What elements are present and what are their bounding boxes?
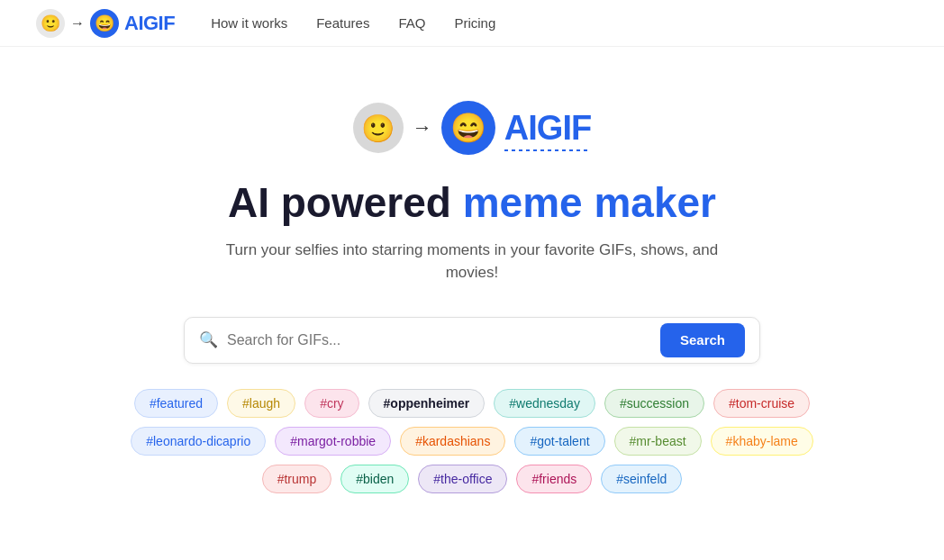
hero-section: 🙂 → 😄 AIGIF AI powered meme maker Turn y…	[0, 47, 944, 529]
tags-area: #featured #laugh #cry #oppenheimer #wedn…	[121, 389, 823, 493]
hero-brand-name: AIGIF	[504, 109, 591, 148]
search-bar: 🔍 Search	[184, 317, 760, 364]
nav-menu: How it works Features FAQ Pricing	[211, 15, 495, 32]
hero-neutral-emoji: 🙂	[353, 103, 404, 153]
navbar: 🙂 → 😄 AIGIF How it works Features FAQ Pr…	[0, 0, 944, 47]
logo-link[interactable]: 🙂 → 😄 AIGIF	[36, 9, 175, 38]
logo-happy-emoji: 😄	[90, 9, 119, 38]
nav-how-it-works[interactable]: How it works	[211, 15, 287, 31]
tag-laugh[interactable]: #laugh	[227, 389, 295, 418]
search-input[interactable]	[227, 332, 660, 348]
tag-tom-cruise[interactable]: #tom-cruise	[713, 389, 810, 418]
search-icon: 🔍	[199, 330, 218, 349]
tag-biden[interactable]: #biden	[340, 465, 409, 493]
tag-featured[interactable]: #featured	[134, 389, 218, 418]
hero-heading: AI powered meme maker	[228, 180, 716, 226]
tag-leonardo-dicaprio[interactable]: #leonardo-dicaprio	[131, 427, 266, 456]
hero-arrow-icon: →	[413, 116, 432, 140]
tag-trump[interactable]: #trump	[262, 465, 332, 493]
hero-heading-blue: meme maker	[463, 179, 716, 226]
nav-faq[interactable]: FAQ	[398, 15, 425, 31]
hero-logo: 🙂 → 😄 AIGIF	[353, 101, 591, 155]
tag-seinfeld[interactable]: #seinfeld	[601, 465, 682, 493]
tag-cry[interactable]: #cry	[304, 389, 359, 418]
tag-friends[interactable]: #friends	[516, 465, 592, 493]
tag-khaby-lame[interactable]: #khaby-lame	[711, 427, 813, 456]
tag-oppenheimer[interactable]: #oppenheimer	[368, 389, 486, 418]
logo-text: AIGIF	[124, 12, 175, 35]
tags-row-2: #leonardo-dicaprio #margot-robbie #karda…	[131, 427, 813, 456]
tag-mr-beast[interactable]: #mr-beast	[614, 427, 702, 456]
hero-subheading: Turn your selfies into starring moments …	[202, 239, 742, 285]
nav-pricing[interactable]: Pricing	[454, 15, 495, 31]
tag-kardashians[interactable]: #kardashians	[400, 427, 505, 456]
search-button[interactable]: Search	[660, 323, 745, 357]
tag-wednesday[interactable]: #wednesday	[494, 389, 595, 418]
hero-heading-plain: AI powered	[228, 179, 463, 226]
logo-arrow-icon: →	[70, 15, 85, 32]
tags-row-1: #featured #laugh #cry #oppenheimer #wedn…	[134, 389, 810, 418]
hero-happy-emoji: 😄	[441, 101, 495, 155]
tag-got-talent[interactable]: #got-talent	[514, 427, 604, 456]
tag-succession[interactable]: #succession	[604, 389, 704, 418]
tag-the-office[interactable]: #the-office	[418, 465, 507, 493]
nav-features[interactable]: Features	[316, 15, 369, 31]
tags-row-3: #trump #biden #the-office #friends #sein…	[262, 465, 683, 493]
logo-neutral-emoji: 🙂	[36, 9, 65, 38]
tag-margot-robbie[interactable]: #margot-robbie	[275, 427, 391, 456]
